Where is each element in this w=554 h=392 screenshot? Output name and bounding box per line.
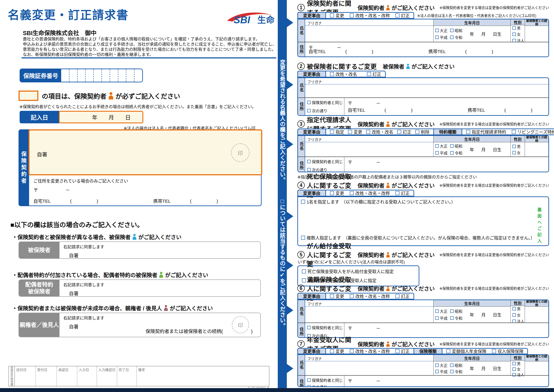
- checkbox[interactable]: [492, 349, 496, 353]
- spouse-signature-area[interactable]: 右記請求に同意します 自署: [59, 280, 260, 296]
- entry-date-field[interactable]: 年 月 日: [59, 111, 143, 123]
- checkbox[interactable]: [512, 151, 516, 154]
- new-address-option[interactable]: 次の通り: [307, 384, 342, 387]
- new-address-option[interactable]: 次の通り: [307, 108, 342, 113]
- checkbox[interactable]: [366, 130, 370, 134]
- reason-option[interactable]: 改姓・改名・改称: [350, 293, 390, 299]
- insured-signature-area[interactable]: 右記請求に同意します 自署: [59, 242, 260, 258]
- name-input-area[interactable]: [305, 307, 433, 322]
- reason-option[interactable]: 訂正: [395, 348, 410, 354]
- sex-option[interactable]: 女: [512, 366, 525, 372]
- era-option[interactable]: 平成: [435, 369, 448, 374]
- office-col-entered[interactable]: 入力日: [77, 366, 97, 386]
- address-input-area[interactable]: 〒－: [344, 157, 548, 172]
- ymd-labels[interactable]: 年月日生: [462, 365, 509, 371]
- era-option[interactable]: 昭和: [450, 143, 462, 149]
- reason-option[interactable]: 変更: [330, 190, 344, 196]
- single-beneficiary-option[interactable]: 1名を指定します （以下の欄に指定される受取人についてご記入ください。）: [301, 199, 545, 205]
- era-option[interactable]: 平成: [435, 35, 448, 40]
- checkbox[interactable]: [435, 151, 439, 154]
- checkbox[interactable]: [350, 349, 354, 353]
- policy-digit-cell[interactable]: [118, 69, 126, 82]
- name-input-area[interactable]: [305, 26, 433, 42]
- office-col-sent[interactable]: 送付日: [15, 366, 35, 386]
- cancer-option-1[interactable]: 死亡保険金受取人をがん給付金受取人に指定: [302, 268, 415, 274]
- checkbox[interactable]: [330, 130, 334, 134]
- policy-digit-cell[interactable]: [61, 69, 69, 82]
- checkbox[interactable]: [307, 160, 311, 163]
- checkbox[interactable]: [301, 200, 305, 204]
- checkbox[interactable]: [330, 72, 334, 76]
- checkbox[interactable]: [350, 13, 354, 17]
- checkbox[interactable]: [512, 130, 516, 134]
- checkbox[interactable]: [435, 144, 439, 148]
- policy-digit-cell[interactable]: [126, 69, 134, 82]
- policyholder-signature-area[interactable]: 自署 印: [28, 129, 262, 175]
- reason-option[interactable]: 指定: [330, 129, 344, 135]
- checkbox[interactable]: [446, 349, 450, 353]
- checkbox[interactable]: [512, 33, 516, 36]
- era-option[interactable]: 平成: [435, 150, 448, 156]
- reason-option[interactable]: 変更: [330, 348, 344, 354]
- checkbox[interactable]: [367, 72, 371, 76]
- insurance-type-option[interactable]: 収入保障保険: [492, 348, 523, 354]
- era-option[interactable]: 令和: [450, 35, 462, 40]
- sex-option[interactable]: 男: [512, 361, 525, 366]
- era-option[interactable]: 昭和: [450, 28, 462, 33]
- checkbox[interactable]: [435, 370, 439, 373]
- sex-option[interactable]: 女: [512, 150, 525, 155]
- checkbox[interactable]: [450, 144, 454, 148]
- sex-option[interactable]: 男: [512, 25, 525, 31]
- sex-option[interactable]: 男: [512, 144, 525, 149]
- checkbox[interactable]: [435, 35, 439, 39]
- policy-digit-cell[interactable]: [77, 69, 86, 82]
- reason-option[interactable]: 削除: [415, 129, 429, 135]
- same-address-option[interactable]: 保険契約者と同じ: [307, 325, 342, 330]
- multiple-beneficiary-option[interactable]: 複数人指定します （裏面に全員の受取人についてご記入ください。がん保険の場合、複…: [301, 235, 535, 241]
- checkbox[interactable]: [512, 26, 516, 30]
- office-col-approved[interactable]: 承認日: [56, 366, 77, 386]
- name-input-area[interactable]: [305, 84, 548, 98]
- address-input-area[interactable]: 〒－: [344, 376, 548, 387]
- checkbox[interactable]: [307, 326, 311, 329]
- checkbox[interactable]: [450, 364, 454, 367]
- sex-option[interactable]: 女: [512, 31, 525, 37]
- rider-option[interactable]: 指定代理請求特約: [466, 129, 506, 135]
- guardian-signature-area[interactable]: 右記請求に同意します 自署 印 保険契約者または被保険者との続柄(): [59, 313, 260, 337]
- checkbox[interactable]: [450, 35, 454, 39]
- checkbox[interactable]: [450, 151, 454, 154]
- era-option[interactable]: 大正: [435, 308, 448, 314]
- era-option[interactable]: 大正: [435, 143, 448, 149]
- era-option[interactable]: 大正: [435, 363, 448, 368]
- checkbox[interactable]: [302, 269, 306, 273]
- checkbox[interactable]: [512, 145, 516, 148]
- relation-input-area[interactable]: [525, 26, 548, 42]
- checkbox[interactable]: [307, 385, 311, 387]
- checkbox[interactable]: [395, 191, 400, 195]
- reason-option[interactable]: 訂正: [397, 129, 411, 135]
- checkbox[interactable]: [348, 130, 352, 134]
- checkbox[interactable]: [466, 130, 470, 134]
- checkbox[interactable]: [415, 130, 419, 134]
- checkbox[interactable]: [330, 294, 334, 298]
- checkbox[interactable]: [435, 29, 439, 32]
- policy-digit-cell[interactable]: [94, 69, 102, 82]
- office-col-verified[interactable]: 入力確認日: [97, 366, 117, 386]
- era-option[interactable]: 昭和: [450, 363, 462, 368]
- address-input-area[interactable]: 〒－ 自宅TEL ( ) 携帯TEL ( ): [305, 42, 548, 56]
- ymd-labels[interactable]: 年月日生: [462, 312, 509, 318]
- checkbox[interactable]: [395, 294, 400, 298]
- checkbox[interactable]: [395, 13, 400, 17]
- same-address-option[interactable]: 保険契約者と同じ: [307, 377, 342, 383]
- era-option[interactable]: 令和: [450, 150, 462, 156]
- reason-option[interactable]: 改姓・改名・改称: [350, 190, 390, 196]
- checkbox[interactable]: [397, 130, 401, 134]
- checkbox[interactable]: [450, 309, 454, 313]
- sex-option[interactable]: 女: [512, 312, 525, 318]
- office-col-completed[interactable]: 完了日: [117, 366, 136, 386]
- era-option[interactable]: 大正: [435, 28, 448, 33]
- office-col-received[interactable]: 受付日: [35, 366, 56, 386]
- checkbox[interactable]: [450, 29, 454, 32]
- checkbox[interactable]: [435, 364, 439, 367]
- insurance-type-option[interactable]: 変額個人年金保険: [446, 348, 486, 354]
